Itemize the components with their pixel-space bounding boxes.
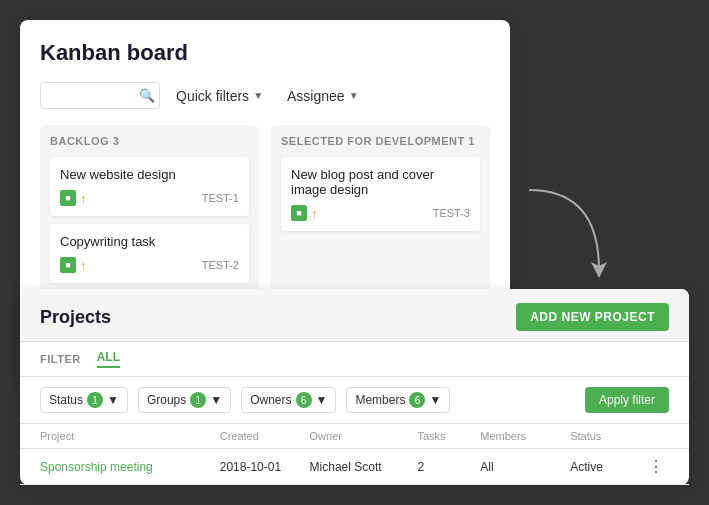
members-filter-chip[interactable]: Members 6 ▼ — [346, 387, 450, 413]
card-title: New website design — [60, 167, 239, 182]
card-footer: ■ ↑ TEST-1 — [60, 190, 239, 206]
canvas: Kanban board 🔍 Quick filters ▼ Assignee … — [0, 0, 709, 505]
col-status: Status — [570, 430, 642, 442]
table-row: Sponsorship meeting 2018-10-01 Michael S… — [20, 449, 689, 485]
table-row: New blog post and cover image design ■ ↑… — [281, 157, 480, 231]
task-type-icon: ■ — [60, 190, 76, 206]
table-row: Copywriting task ■ ↑ TEST-2 — [50, 224, 249, 283]
groups-filter-badge: 1 — [190, 392, 206, 408]
filter-tabs: FILTER ALL — [20, 342, 689, 377]
selected-column-header: SELECTED FOR DEVELOPMENT 1 — [281, 135, 480, 147]
col-project: Project — [40, 430, 220, 442]
owners-filter-label: Owners — [250, 393, 291, 407]
chevron-down-icon: ▼ — [253, 90, 263, 101]
tab-all[interactable]: ALL — [97, 350, 120, 368]
members-filter-label: Members — [355, 393, 405, 407]
kanban-title: Kanban board — [40, 40, 490, 66]
search-icon: 🔍 — [139, 88, 155, 103]
chevron-down-icon-6: ▼ — [429, 393, 441, 407]
backlog-column-header: BACKLOG 3 — [50, 135, 249, 147]
card-footer: ■ ↑ TEST-3 — [291, 205, 470, 221]
col-members: Members — [480, 430, 570, 442]
card-id: TEST-2 — [202, 259, 239, 271]
toolbar: 🔍 Quick filters ▼ Assignee ▼ — [40, 82, 490, 109]
search-box[interactable]: 🔍 — [40, 82, 160, 109]
add-new-project-button[interactable]: ADD NEW PROJECT — [516, 303, 669, 331]
col-actions — [642, 430, 669, 442]
row-status: Active — [570, 460, 642, 474]
project-link[interactable]: Sponsorship meeting — [40, 460, 153, 474]
row-tasks: 2 — [417, 460, 480, 474]
chevron-down-icon-3: ▼ — [107, 393, 119, 407]
chevron-down-icon-5: ▼ — [316, 393, 328, 407]
search-input[interactable] — [49, 88, 139, 103]
quick-filters-label: Quick filters — [176, 88, 249, 104]
members-filter-badge: 6 — [409, 392, 425, 408]
card-footer: ■ ↑ TEST-2 — [60, 257, 239, 273]
filter-label: FILTER — [40, 353, 81, 365]
col-created: Created — [220, 430, 310, 442]
apply-filter-button[interactable]: Apply filter — [585, 387, 669, 413]
projects-panel: Projects ADD NEW PROJECT FILTER ALL Stat… — [20, 289, 689, 485]
arrow-container — [509, 180, 629, 304]
row-created: 2018-10-01 — [220, 460, 310, 474]
row-members: All — [480, 460, 570, 474]
task-type-icon: ■ — [60, 257, 76, 273]
filter-row: Status 1 ▼ Groups 1 ▼ Owners 6 ▼ Members… — [20, 377, 689, 424]
status-filter-badge: 1 — [87, 392, 103, 408]
owners-filter-chip[interactable]: Owners 6 ▼ — [241, 387, 336, 413]
card-title: New blog post and cover image design — [291, 167, 470, 197]
owners-filter-badge: 6 — [296, 392, 312, 408]
card-title: Copywriting task — [60, 234, 239, 249]
task-type-icon: ■ — [291, 205, 307, 221]
more-actions-button[interactable]: ⋮ — [642, 457, 669, 476]
groups-filter-chip[interactable]: Groups 1 ▼ — [138, 387, 231, 413]
priority-icon: ↑ — [80, 258, 87, 273]
priority-icon: ↑ — [80, 191, 87, 206]
priority-icon: ↑ — [311, 206, 318, 221]
col-tasks: Tasks — [417, 430, 480, 442]
card-id: TEST-1 — [202, 192, 239, 204]
status-filter-label: Status — [49, 393, 83, 407]
card-icons: ■ ↑ — [60, 190, 87, 206]
groups-filter-label: Groups — [147, 393, 186, 407]
chevron-down-icon-2: ▼ — [349, 90, 359, 101]
chevron-down-icon-4: ▼ — [210, 393, 222, 407]
assignee-label: Assignee — [287, 88, 345, 104]
row-project[interactable]: Sponsorship meeting — [40, 460, 220, 474]
card-icons: ■ ↑ — [60, 257, 87, 273]
projects-title: Projects — [40, 307, 111, 328]
table-header: Project Created Owner Tasks Members Stat… — [20, 424, 689, 449]
quick-filters-button[interactable]: Quick filters ▼ — [168, 83, 271, 109]
card-icons: ■ ↑ — [291, 205, 318, 221]
status-filter-chip[interactable]: Status 1 ▼ — [40, 387, 128, 413]
col-owner: Owner — [310, 430, 418, 442]
row-owner: Michael Scott — [310, 460, 418, 474]
card-id: TEST-3 — [433, 207, 470, 219]
assignee-button[interactable]: Assignee ▼ — [279, 83, 367, 109]
table-row: New website design ■ ↑ TEST-1 — [50, 157, 249, 216]
arrow-icon — [509, 180, 629, 300]
